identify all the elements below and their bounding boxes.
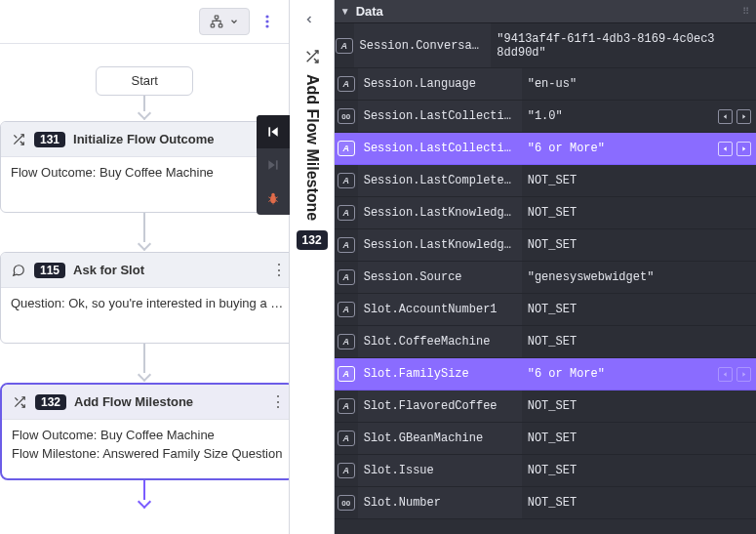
drag-grip-icon[interactable]: ⠿: [742, 6, 750, 17]
svg-point-4: [266, 20, 269, 22]
structure-dropdown-button[interactable]: [199, 8, 250, 35]
data-panel-header[interactable]: ▼ Data ⠿: [335, 0, 756, 23]
data-row[interactable]: ASession.LastCollectionU…"6 or More": [335, 133, 756, 165]
data-row[interactable]: ASession.Language"en-us": [335, 68, 756, 101]
svg-marker-13: [742, 114, 745, 119]
svg-marker-17: [742, 372, 745, 377]
data-key: Session.LastKnowledgeAn…: [358, 197, 522, 228]
nav-cell: [717, 165, 756, 196]
type-icon: A: [335, 455, 358, 486]
inspector-title: Add Flow Milestone: [303, 74, 321, 221]
nav-cell: [717, 133, 756, 164]
next-value-button[interactable]: [736, 109, 751, 124]
type-icon: A: [335, 390, 358, 422]
svg-point-10: [271, 195, 277, 203]
nav-cell: [717, 390, 756, 422]
data-key: Slot.FamilySize: [358, 358, 522, 390]
prev-value-button[interactable]: [718, 142, 733, 156]
type-icon: A: [335, 423, 358, 454]
node-add-flow-milestone[interactable]: 132 Add Flow Milestone ⋮ Flow Outcome: B…: [0, 383, 290, 480]
data-row[interactable]: ASlot.FlavoredCoffeeNOT_SET: [335, 390, 756, 423]
type-icon: A: [335, 165, 358, 196]
collapse-inspector-button[interactable]: [303, 14, 315, 25]
data-row[interactable]: 00Slot.NumberNOT_SET: [335, 487, 756, 519]
nav-cell: [717, 68, 756, 100]
data-row[interactable]: ASlot.FamilySize"6 or More": [335, 358, 756, 390]
shuffle-icon: [304, 49, 320, 64]
node-title: Initialize Flow Outcome: [73, 132, 262, 146]
data-row[interactable]: ASession.LastKnowledgeAn…NOT_SET: [335, 197, 756, 229]
type-icon: A: [335, 23, 354, 67]
node-menu-button[interactable]: ⋮: [269, 392, 287, 411]
start-node[interactable]: Start: [96, 66, 193, 96]
data-key: Slot.GBeanMachine: [358, 423, 522, 454]
flow-canvas[interactable]: Start 131 Initialize Flow Outcome ⋮ Flow…: [0, 43, 289, 534]
data-key: Slot.CoffeeMachine: [358, 326, 522, 357]
collapse-triangle-icon: ▼: [340, 6, 350, 17]
type-icon: A: [335, 197, 358, 228]
data-value: "genesyswebwidget": [522, 262, 717, 293]
canvas-kebab-menu[interactable]: [256, 8, 279, 35]
step-forward-button[interactable]: [257, 148, 290, 182]
data-key: Session.LastCompletedIn…: [358, 165, 522, 196]
node-title: Ask for Slot: [73, 263, 262, 277]
data-row[interactable]: 00Session.LastCollectionC…"1.0": [335, 101, 756, 133]
svg-rect-2: [219, 24, 223, 27]
canvas-toolbar: [0, 0, 289, 43]
data-row[interactable]: ASlot.CoffeeMachineNOT_SET: [335, 326, 756, 358]
chevron-down-icon: [229, 17, 239, 26]
node-body-line: Question: Ok, so you're interested in bu…: [11, 296, 284, 310]
shuffle-icon: [12, 394, 27, 410]
sitemap-icon: [210, 15, 223, 28]
data-key: Session.ConversationId: [354, 23, 492, 67]
type-icon: 00: [335, 101, 358, 132]
data-value: "6 or More": [522, 358, 717, 390]
node-body-line: Flow Outcome: Buy Coffee Machine: [11, 165, 284, 180]
next-value-button: [736, 367, 751, 382]
svg-point-11: [272, 193, 276, 197]
data-row[interactable]: ASlot.IssueNOT_SET: [335, 455, 756, 487]
svg-marker-12: [724, 114, 727, 119]
data-rows[interactable]: ASession.ConversationId"9413af4f-61f1-4d…: [335, 23, 756, 534]
node-body: Question: Ok, so you're interested in bu…: [1, 288, 290, 343]
data-key: Session.LastKnowledgeQu…: [358, 229, 522, 261]
data-row[interactable]: ASession.LastKnowledgeQu…NOT_SET: [335, 229, 756, 262]
nav-cell: [717, 487, 756, 518]
svg-rect-8: [276, 160, 278, 169]
prev-value-button[interactable]: [718, 109, 733, 124]
node-ask-for-slot[interactable]: 115 Ask for Slot ⋮ Question: Ok, so you'…: [0, 252, 290, 344]
nav-cell: [717, 294, 756, 325]
data-value: "1.0": [522, 101, 717, 132]
svg-rect-0: [216, 16, 219, 19]
node-initialize-flow-outcome[interactable]: 131 Initialize Flow Outcome ⋮ Flow Outco…: [0, 121, 290, 213]
type-icon: A: [335, 133, 358, 164]
svg-point-5: [266, 24, 269, 27]
type-icon: A: [335, 326, 358, 357]
data-row[interactable]: ASlot.AccountNumber1NOT_SET: [335, 294, 756, 326]
debug-toolbar: [257, 115, 290, 215]
data-row[interactable]: ASession.ConversationId"9413af4f-61f1-4d…: [335, 23, 756, 68]
data-value: NOT_SET: [522, 294, 717, 325]
svg-marker-9: [269, 160, 275, 169]
nav-cell: [717, 197, 756, 228]
data-key: Session.Source: [358, 262, 522, 293]
connector: [143, 480, 145, 510]
data-row[interactable]: ASession.Source"genesyswebwidget": [335, 262, 756, 294]
node-id-badge: 115: [34, 263, 65, 278]
node-menu-button[interactable]: ⋮: [270, 261, 288, 279]
type-icon: A: [335, 68, 358, 100]
data-row[interactable]: ASession.LastCompletedIn…NOT_SET: [335, 165, 756, 197]
data-key: Slot.FlavoredCoffee: [358, 390, 522, 422]
data-value: NOT_SET: [522, 197, 717, 228]
inspector-node-badge: 132: [297, 230, 328, 250]
data-key: Session.Language: [358, 68, 522, 100]
data-key: Slot.AccountNumber1: [358, 294, 522, 325]
next-value-button[interactable]: [736, 142, 751, 156]
data-value: NOT_SET: [522, 455, 717, 486]
type-icon: A: [335, 294, 358, 325]
step-back-button[interactable]: [257, 115, 290, 148]
prev-value-button: [718, 367, 733, 382]
debug-button[interactable]: [257, 182, 290, 215]
data-row[interactable]: ASlot.GBeanMachineNOT_SET: [335, 423, 756, 455]
data-panel-title: Data: [356, 4, 383, 19]
